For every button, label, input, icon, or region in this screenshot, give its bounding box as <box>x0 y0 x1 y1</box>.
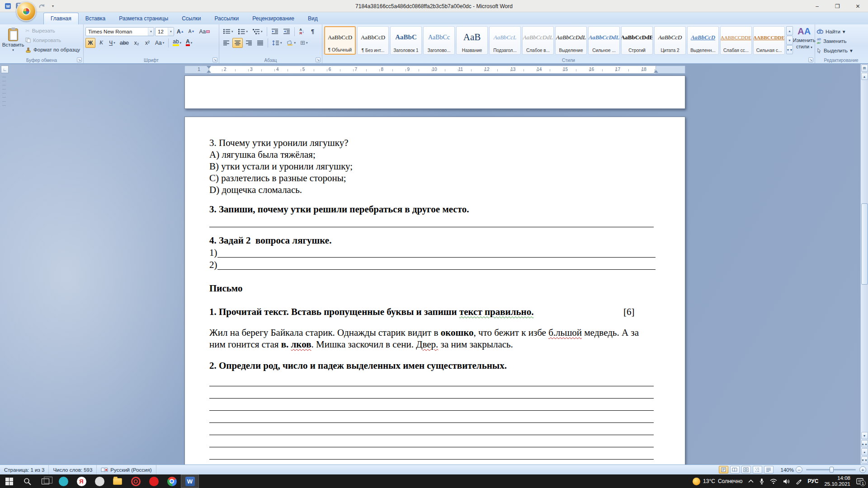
copy-button[interactable]: Копировать <box>24 36 81 45</box>
increase-indent-button[interactable] <box>281 27 292 37</box>
first-line-indent-marker[interactable] <box>207 66 211 69</box>
full-screen-reading-view-button[interactable] <box>730 466 740 474</box>
font-color-button[interactable]: А▾ <box>184 38 194 48</box>
strikethrough-button[interactable]: abe <box>118 38 131 48</box>
bullets-button[interactable]: ▾ <box>221 27 235 37</box>
style-Цитата 2[interactable]: AaBbCcDЦитата 2 <box>654 26 686 55</box>
clock[interactable]: 14:08 25.10.2021 <box>824 475 850 487</box>
keyboard-language[interactable]: РУС <box>807 478 818 484</box>
outline-view-button[interactable] <box>753 466 762 474</box>
select-button[interactable]: Выделить▾ <box>817 46 865 55</box>
cut-button[interactable]: ✂Вырезать <box>24 26 81 36</box>
tab-Главная[interactable]: Главная <box>43 13 79 24</box>
weather-widget[interactable]: 13°C Солнечно <box>693 478 742 485</box>
styles-scroll-down[interactable]: ▼ <box>786 36 793 45</box>
right-indent-marker[interactable] <box>654 70 658 73</box>
styles-scroll-up[interactable]: ▲ <box>786 26 793 35</box>
opera-icon[interactable]: O <box>127 474 145 488</box>
tab-Рецензирование[interactable]: Рецензирование <box>245 13 301 24</box>
line-spacing-button[interactable]: ▾ <box>270 38 284 48</box>
volume-icon[interactable] <box>783 479 790 484</box>
action-center-icon[interactable]: 1 <box>856 478 863 484</box>
change-case-button[interactable]: Aa▾ <box>153 38 166 48</box>
print-layout-view-button[interactable] <box>719 466 728 474</box>
decrease-indent-button[interactable] <box>269 27 280 37</box>
paragraph-dialog-launcher[interactable]: ↘ <box>316 57 321 62</box>
style-Сильное ...[interactable]: AaBbCcDdLСильное ... <box>588 26 620 55</box>
tray-expand-chevron-icon[interactable] <box>748 479 754 483</box>
chrome-icon[interactable] <box>163 474 181 488</box>
zoom-slider[interactable] <box>806 469 856 470</box>
style-Заголово...[interactable]: AaBbCcЗаголово... <box>423 26 455 55</box>
word-count[interactable]: Число слов: 593 <box>49 465 97 474</box>
zoom-in-button[interactable]: + <box>859 466 866 473</box>
font-name-select[interactable]: Times New Roman▾ <box>85 27 154 36</box>
vertical-scrollbar[interactable]: ▤ ▲ ▼ ▲▲ ● ▼▼ <box>860 64 868 465</box>
document-page-1-bottom[interactable] <box>184 75 685 109</box>
minimize-button[interactable]: – <box>807 0 827 12</box>
style-Название[interactable]: AaBНазвание <box>456 26 488 55</box>
style-Выделение[interactable]: AaBbCcDdLВыделение <box>555 26 587 55</box>
task-view-icon[interactable] <box>36 474 54 488</box>
start-icon[interactable] <box>0 474 18 488</box>
align-right-button[interactable] <box>244 38 254 48</box>
highlight-button[interactable]: ab▾ <box>171 38 183 48</box>
grow-font-button[interactable]: А▲ <box>175 27 186 37</box>
justify-button[interactable] <box>255 38 265 48</box>
microphone-icon[interactable] <box>760 478 764 484</box>
yandex-browser-icon[interactable]: Я <box>72 474 90 488</box>
borders-button[interactable]: ⊞▾ <box>298 38 309 48</box>
style-Сильная с...[interactable]: AABBCCDDEСильная с... <box>753 26 785 55</box>
ruler-toggle-button[interactable]: ▤ <box>861 65 868 72</box>
tab-Вид[interactable]: Вид <box>301 13 325 24</box>
styles-more[interactable]: ▼▼ <box>786 45 793 54</box>
bold-button[interactable]: Ж <box>85 38 95 48</box>
select-browse-object-button[interactable]: ● <box>861 448 868 455</box>
file-explorer-icon[interactable] <box>108 474 127 488</box>
gray-browser-icon[interactable] <box>90 474 108 488</box>
zoom-level[interactable]: 140% <box>781 467 794 473</box>
change-styles-button[interactable]: AA Изменить стили ▾ <box>793 26 816 49</box>
edge-browser-icon[interactable] <box>54 474 72 488</box>
tab-Разметка страницы[interactable]: Разметка страницы <box>112 13 175 24</box>
shading-button[interactable]: ▾ <box>285 38 298 48</box>
subscript-button[interactable]: x₂ <box>132 38 142 48</box>
styles-dialog-launcher[interactable]: ↘ <box>808 57 813 62</box>
font-size-select[interactable]: 12▾ <box>155 27 174 36</box>
red-app-icon[interactable] <box>145 474 163 488</box>
tab-Рассылки[interactable]: Рассылки <box>208 13 245 24</box>
align-center-button[interactable] <box>232 38 243 48</box>
tab-Вставка[interactable]: Вставка <box>79 13 113 24</box>
scroll-down-arrow[interactable]: ▼ <box>861 432 868 439</box>
style-Подзагол...[interactable]: AaBbCcLПодзагол... <box>489 26 521 55</box>
replace-button[interactable]: abac Заменить <box>817 36 865 46</box>
style-Выделенн...[interactable]: AaBbCcDВыделенн... <box>687 26 719 55</box>
tab-Ссылки[interactable]: Ссылки <box>175 13 208 24</box>
previous-page-button[interactable]: ▲▲ <box>861 440 868 447</box>
proofing-status[interactable]: Русский (Россия) <box>97 465 156 474</box>
zoom-slider-thumb[interactable] <box>830 467 834 473</box>
style-Слабая сс...[interactable]: AABBCCDDEСлабая сс... <box>720 26 752 55</box>
word-icon[interactable]: W <box>181 474 199 488</box>
format-painter-button[interactable]: Формат по образцу <box>24 45 81 55</box>
pen-icon[interactable] <box>796 479 802 484</box>
close-button[interactable]: ✕ <box>848 0 868 12</box>
maximize-button[interactable]: ❐ <box>827 0 848 12</box>
underline-button[interactable]: Ч▾ <box>107 38 117 48</box>
page-indicator[interactable]: Страница: 1 из 3 <box>0 465 49 474</box>
zoom-out-button[interactable]: − <box>796 466 802 473</box>
draft-view-button[interactable] <box>764 466 774 474</box>
style-Строгий[interactable]: AaBbCcDdEСтрогий <box>621 26 653 55</box>
shrink-font-button[interactable]: А▼ <box>187 27 197 37</box>
multilevel-list-button[interactable]: ▾ <box>250 27 264 37</box>
italic-button[interactable]: К <box>96 38 106 48</box>
wifi-icon[interactable] <box>770 479 777 484</box>
show-marks-button[interactable]: ¶ <box>308 27 318 37</box>
sort-button[interactable]: АЯ ↓ <box>297 27 307 37</box>
next-page-button[interactable]: ▼▼ <box>861 456 868 464</box>
document-page-2[interactable]: 3. Почему утки уронили лягушку?А) лягушк… <box>184 117 685 465</box>
scrollbar-thumb[interactable] <box>861 203 868 285</box>
style-¶ Обычный[interactable]: AaBbCcD¶ Обычный <box>324 26 356 55</box>
align-left-button[interactable] <box>221 38 231 48</box>
clear-formatting-button[interactable]: Aa <box>198 27 212 37</box>
